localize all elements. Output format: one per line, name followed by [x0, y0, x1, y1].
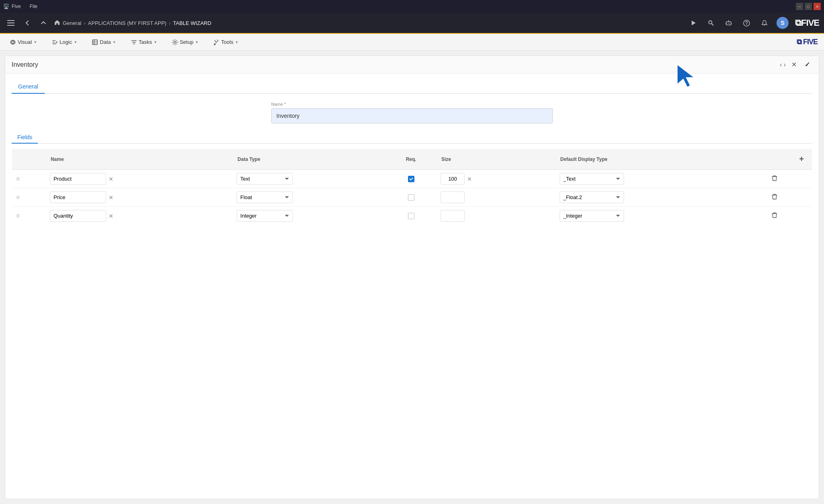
toolbar-tools-label: Tools	[221, 39, 233, 45]
toolbar-visual[interactable]: Visual ▼	[6, 37, 40, 48]
add-row-button[interactable]: +	[796, 153, 807, 165]
close-panel-button[interactable]: ✕	[789, 60, 799, 69]
th-name: Name	[46, 149, 233, 170]
data-type-select-2[interactable]: Text Float Integer Boolean Date	[237, 191, 293, 203]
run-button[interactable]	[688, 18, 699, 28]
close-button[interactable]: ✕	[814, 3, 821, 10]
field-name-input-2[interactable]	[50, 191, 106, 203]
toolbar-tasks[interactable]: Tasks ▼	[128, 37, 161, 48]
clear-name-button-2[interactable]: ✕	[108, 193, 114, 202]
five-logo-right: ⧉ FIVE	[797, 38, 818, 46]
clear-name-button-1[interactable]: ✕	[108, 175, 114, 183]
drag-handle-3[interactable]: ≡	[16, 212, 20, 219]
th-size: Size	[437, 149, 556, 170]
data-type-select-3[interactable]: Text Float Integer Boolean Date	[237, 210, 293, 222]
data-type-select-1[interactable]: Text Float Integer Boolean Date	[237, 173, 293, 185]
help-button[interactable]	[741, 18, 752, 28]
panel-title: Inventory	[12, 61, 38, 68]
tab-nav: General	[12, 80, 812, 94]
clear-name-button-3[interactable]: ✕	[108, 212, 114, 220]
title-bar: 🖥️ Five File ─ □ ✕	[0, 0, 824, 13]
tools-dropdown-icon: ▼	[235, 40, 239, 44]
top-nav: General › APPLICATIONS (MY FIRST APP) › …	[0, 13, 824, 34]
toolbar-tasks-label: Tasks	[139, 39, 152, 45]
breadcrumb-icon-home	[54, 19, 60, 27]
minimize-button[interactable]: ─	[796, 3, 803, 10]
breadcrumb-wizard[interactable]: TABLE WIZARD	[173, 20, 211, 26]
notification-button[interactable]	[759, 18, 770, 28]
setup-dropdown-icon: ▼	[195, 40, 199, 44]
tab-fields[interactable]: Fields	[12, 132, 38, 144]
nav-right: S ⧉FIVE	[688, 17, 819, 29]
req-cell-1	[385, 170, 437, 188]
actions-cell-3	[768, 207, 812, 225]
drag-handle-2[interactable]: ≡	[16, 194, 20, 201]
tasks-dropdown-icon: ▼	[154, 40, 157, 44]
field-name-input-1[interactable]	[50, 173, 106, 185]
datatype-cell-2: Text Float Integer Boolean Date	[233, 188, 385, 207]
title-bar-name: Five	[12, 4, 21, 9]
svg-rect-0	[7, 20, 14, 21]
name-input[interactable]	[271, 108, 553, 123]
file-menu[interactable]: File	[30, 4, 37, 9]
svg-rect-5	[728, 23, 729, 24]
size-input-3[interactable]	[441, 210, 465, 222]
name-cell-1: ✕	[46, 170, 233, 188]
display-type-select-1[interactable]: _Text _Float.2 _Integer	[560, 173, 624, 185]
fields-section: Fields Name Data Type Req. Size Default …	[12, 132, 812, 225]
display-type-cell-1: _Text _Float.2 _Integer	[556, 170, 768, 188]
svg-rect-11	[93, 40, 97, 45]
hamburger-menu-button[interactable]	[5, 19, 17, 27]
data-dropdown-icon: ▼	[113, 40, 116, 44]
panel-nav: ‹ ›	[780, 60, 786, 69]
toolbar: Visual ▼ Logic ▼ Data ▼ Tasks ▼ Setup ▼ …	[0, 34, 824, 51]
delete-row-button-3[interactable]	[772, 212, 777, 220]
tab-general[interactable]: General	[12, 80, 45, 94]
robot-button[interactable]	[723, 18, 734, 28]
size-input-2[interactable]	[441, 191, 465, 203]
next-arrow-button[interactable]: ›	[784, 61, 786, 68]
req-cell-3	[385, 207, 437, 225]
name-form-group: Name *	[271, 102, 553, 123]
visual-dropdown-icon: ▼	[33, 40, 37, 44]
field-name-input-3[interactable]	[50, 210, 106, 222]
req-checkbox-2[interactable]	[408, 194, 414, 201]
toolbar-setup-label: Setup	[180, 39, 194, 45]
size-cell-2	[437, 188, 556, 207]
breadcrumb-home[interactable]: General	[63, 20, 81, 26]
datatype-cell-3: Text Float Integer Boolean Date	[233, 207, 385, 225]
drag-handle-1[interactable]: ≡	[16, 175, 20, 182]
avatar[interactable]: S	[777, 17, 789, 29]
clear-size-button-1[interactable]: ✕	[466, 175, 473, 183]
breadcrumb-app[interactable]: APPLICATIONS (MY FIRST APP)	[88, 20, 167, 26]
svg-rect-2	[7, 25, 14, 26]
datatype-cell-1: Text Float Integer Boolean Date	[233, 170, 385, 188]
th-display-type: Default Display Type	[556, 149, 768, 170]
svg-point-7	[728, 20, 729, 21]
display-type-select-3[interactable]: _Text _Float.2 _Integer	[560, 210, 624, 222]
size-input-1[interactable]	[441, 173, 465, 185]
toolbar-setup[interactable]: Setup ▼	[169, 37, 202, 48]
svg-rect-1	[7, 23, 14, 23]
search-button[interactable]	[705, 18, 717, 28]
svg-rect-4	[726, 22, 731, 25]
toolbar-visual-label: Visual	[18, 39, 32, 45]
toolbar-tools[interactable]: Tools ▼	[210, 37, 242, 48]
toolbar-data[interactable]: Data ▼	[89, 37, 119, 48]
name-cell-2: ✕	[46, 188, 233, 207]
five-logo: ⧉FIVE	[795, 18, 819, 28]
display-type-select-2[interactable]: _Text _Float.2 _Integer	[560, 191, 624, 203]
back-button[interactable]	[22, 18, 33, 28]
delete-row-button-1[interactable]	[772, 175, 777, 183]
toolbar-logic[interactable]: Logic ▼	[48, 37, 80, 48]
prev-arrow-button[interactable]: ‹	[780, 61, 782, 68]
save-panel-button[interactable]: ✓	[802, 60, 812, 69]
maximize-button[interactable]: □	[805, 3, 812, 10]
req-checkbox-1[interactable]	[408, 176, 414, 182]
up-button[interactable]	[38, 18, 49, 28]
req-checkbox-3[interactable]	[408, 213, 414, 219]
actions-cell-2	[768, 188, 812, 207]
toolbar-logic-label: Logic	[60, 39, 72, 45]
th-datatype: Data Type	[233, 149, 385, 170]
delete-row-button-2[interactable]	[772, 193, 777, 201]
